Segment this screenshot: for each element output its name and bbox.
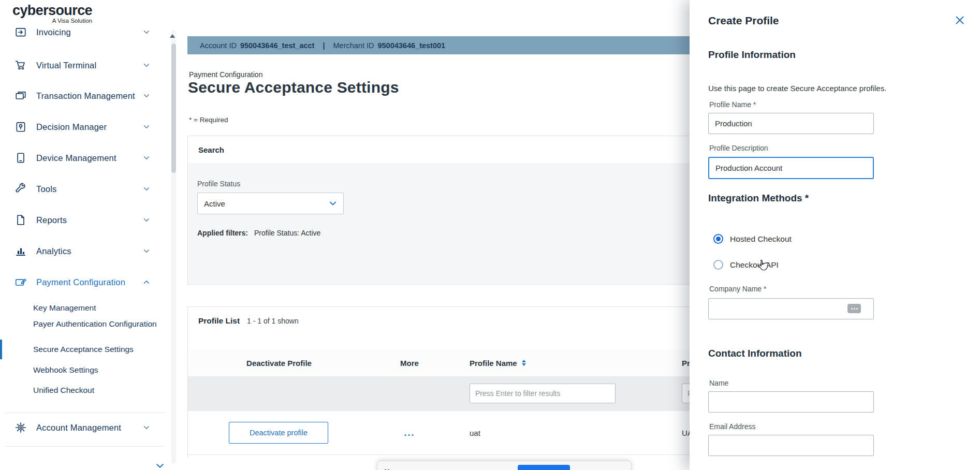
- deactivate-profile-button[interactable]: Deactivate profile: [229, 422, 328, 444]
- column-header-deactivate-profile: Deactivate Profile: [227, 349, 331, 376]
- profile-name-cell[interactable]: uat: [470, 411, 480, 454]
- profile-description-label: Profile Description: [709, 144, 768, 152]
- company-name-picker-icon[interactable]: [847, 304, 861, 313]
- sidebar-item-payment-configuration[interactable]: Payment Configuration: [0, 267, 171, 298]
- chevron-down-icon: [143, 424, 150, 431]
- drawer-title: Create Profile: [708, 14, 779, 27]
- chevron-up-icon: [143, 278, 150, 286]
- sidebar-bottom-chevron-icon[interactable]: [155, 461, 165, 470]
- sidebar-subitem-payer-authentication-configuration[interactable]: Payer Authentication Configuration: [0, 312, 166, 336]
- gear-icon: [14, 421, 27, 434]
- chevron-down-icon: [329, 199, 337, 208]
- search-panel-body: Profile Status Active Applied filters: P…: [188, 163, 760, 284]
- sidebar-item-label: Reports: [36, 215, 67, 225]
- sidebar-item-transaction-management[interactable]: Transaction Management: [0, 80, 171, 111]
- cybersource-logo[interactable]: cybersource A Visa Solution: [12, 3, 92, 24]
- profile-status-select[interactable]: Active: [197, 193, 344, 214]
- chevron-down-icon: [143, 92, 150, 99]
- sidebar-item-label: Device Management: [36, 153, 116, 163]
- sidebar-item-tools[interactable]: Tools: [0, 173, 171, 204]
- column-header-profile-id: Pr: [682, 349, 690, 376]
- profile-name-input[interactable]: [708, 113, 874, 134]
- profile-name-label: Profile Name *: [709, 100, 756, 109]
- sidebar-subitem-secure-acceptance-settings[interactable]: Secure Acceptance Settings: [0, 341, 171, 358]
- company-name-label: Company Name *: [709, 285, 767, 293]
- sidebar-item-label: Payment Configuration: [36, 277, 125, 287]
- section-profile-information: Profile Information: [708, 49, 796, 61]
- profile-description-input[interactable]: [708, 157, 874, 179]
- sidebar-item-account-management[interactable]: Account Management: [0, 412, 171, 443]
- sidebar-subitem-unified-checkout[interactable]: Unified Checkout: [0, 382, 171, 399]
- merchant-id-value: 950043646_test001: [377, 41, 445, 50]
- sidebar-item-analytics[interactable]: Analytics: [0, 236, 171, 267]
- radio-unselected-icon: [713, 260, 723, 270]
- scrollbar-up-arrow-icon[interactable]: [170, 34, 175, 38]
- sidebar-item-device-management[interactable]: Device Management: [0, 142, 171, 173]
- drawer-intro-text: Use this page to create Secure Acceptanc…: [708, 84, 886, 93]
- profile-list-count: 1 - 1 of 1 shown: [247, 317, 299, 325]
- chevron-down-icon: [143, 123, 150, 130]
- badge-lock-icon: [14, 121, 27, 133]
- device-icon: [14, 152, 27, 164]
- required-note: * = Required: [189, 116, 228, 124]
- sidebar-item-label: Invoicing: [36, 27, 71, 37]
- profile-name-filter-input[interactable]: [470, 384, 616, 403]
- table-row: Deactivate profile ... uat UA: [188, 411, 760, 455]
- sidebar-item-label: Virtual Terminal: [36, 61, 96, 70]
- subitem-label: Unified Checkout: [33, 386, 94, 395]
- email-address-input[interactable]: [708, 435, 874, 456]
- account-id-label: Account ID: [200, 41, 237, 50]
- account-id-value: 950043646_test_acct: [240, 41, 315, 50]
- card-edit-icon: [14, 276, 27, 288]
- radio-label: Checkout API: [730, 260, 779, 270]
- sidebar-divider: [5, 446, 165, 447]
- applied-filters-label: Applied filters:: [197, 229, 248, 237]
- column-header-label: Profile Name: [470, 359, 517, 368]
- section-integration-methods: Integration Methods *: [708, 193, 809, 204]
- logo-wordmark: cybersource: [12, 3, 92, 18]
- bar-chart-icon: [14, 245, 27, 257]
- hosted-checkout-radio[interactable]: Hosted Checkout: [713, 234, 792, 244]
- page-title: Secure Acceptance Settings: [188, 79, 399, 96]
- profile-list-panel: Profile List 1 - 1 of 1 shown Deactivate…: [187, 306, 761, 458]
- sort-icon[interactable]: [522, 360, 526, 366]
- sidebar-item-label: Account Management: [36, 423, 121, 433]
- more-actions-button[interactable]: ...: [394, 411, 425, 454]
- radio-selected-icon: [713, 234, 723, 244]
- sidebar-item-reports[interactable]: Reports: [0, 204, 171, 236]
- section-contact-information: Contact Information: [708, 348, 802, 359]
- close-icon[interactable]: [955, 16, 967, 27]
- table-header-row: Deactivate Profile More Profile Name Pr: [188, 349, 760, 377]
- breadcrumb: Payment Configuration: [189, 70, 262, 79]
- chevron-down-icon: [143, 62, 150, 69]
- chevron-down-icon: [143, 247, 150, 255]
- subitem-label: Secure Acceptance Settings: [33, 345, 134, 354]
- document-icon: [14, 214, 27, 226]
- app-root: Invoicing Virtual Terminal Transaction M…: [0, 0, 980, 470]
- stop-sharing-button[interactable]: Stop sharing: [518, 465, 570, 470]
- sidebar-item-label: Tools: [36, 184, 57, 194]
- chevron-down-icon: [143, 216, 150, 224]
- sidebar-scrollbar-thumb[interactable]: [171, 43, 176, 173]
- profile-list-title: Profile List: [198, 316, 240, 326]
- email-address-label: Email Address: [709, 422, 755, 431]
- sidebar-subitem-webhook-settings[interactable]: Webhook Settings: [0, 362, 171, 378]
- cart-icon: [14, 59, 27, 71]
- top-header: cybersource A Visa Solution: [0, 0, 690, 28]
- contact-name-input[interactable]: [708, 391, 874, 413]
- column-header-profile-name[interactable]: Profile Name: [470, 349, 526, 376]
- radio-label: Hosted Checkout: [730, 234, 792, 244]
- subitem-label: Webhook Settings: [33, 365, 98, 375]
- profile-status-selected-value: Active: [204, 199, 225, 208]
- sidebar-item-decision-manager[interactable]: Decision Manager: [0, 111, 171, 142]
- table-filter-row: [188, 376, 760, 411]
- search-panel-title: Search: [188, 136, 760, 164]
- sidebar: Invoicing Virtual Terminal Transaction M…: [0, 0, 178, 470]
- profile-status-label: Profile Status: [197, 180, 760, 188]
- sidebar-item-label: Analytics: [36, 246, 71, 256]
- screen-share-bar: app.clickup.com is sharing your screen S…: [377, 461, 632, 470]
- sidebar-item-virtual-terminal[interactable]: Virtual Terminal: [0, 50, 171, 81]
- subitem-label: Payer Authentication Configuration: [33, 318, 157, 330]
- applied-filters-value: Profile Status: Active: [254, 229, 320, 237]
- checkout-api-radio[interactable]: Checkout API: [713, 260, 779, 270]
